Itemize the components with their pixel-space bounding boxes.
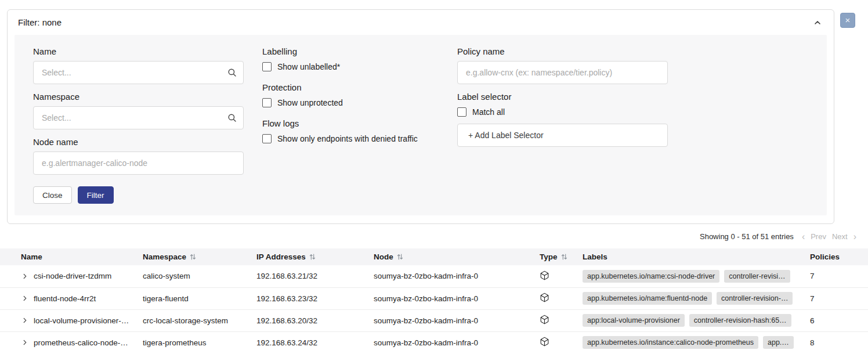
endpoint-name: fluentd-node-4rr2t [34,294,96,303]
filter-panel-body: Name Namespace Node name Close Filter [15,35,827,215]
namespace-field-label: Namespace [33,92,244,102]
close-icon: × [845,15,851,25]
sort-icon[interactable] [189,253,197,261]
filter-actions: Close Filter [33,186,244,204]
column-header-namespace[interactable]: Namespace [143,248,256,265]
workload-endpoint-icon [540,315,549,324]
filter-column-middle: Labelling Show unlabelled* Protection Sh… [262,46,436,154]
column-header-type[interactable]: Type [540,248,583,265]
show-unprotected-checkbox[interactable] [262,98,272,107]
policy-name-field [457,61,668,84]
label-chip: controller-revision-… [717,292,793,305]
filter-panel-title: Filter: none [18,17,62,27]
protection-heading: Protection [262,82,436,92]
label-chip: controller-revision-hash:65… [689,314,791,327]
name-field-label: Name [33,46,244,56]
sort-icon[interactable] [396,253,404,261]
filter-button[interactable]: Filter [78,186,114,204]
endpoint-name: csi-node-driver-tzdmm [34,272,111,280]
row-expand-chevron-icon[interactable] [21,294,29,302]
pagination-bar: Showing 0 - 51 of 51 entries ‹ Prev Next… [0,224,868,248]
filter-panel-header: Filter: none [8,10,834,34]
policy-name-input[interactable] [457,61,668,84]
cell-namespace: tigera-fluentd [143,287,256,309]
cell-namespace: crc-local-storage-system [143,309,256,331]
cell-namespace: tigera-prometheus [143,331,256,350]
prev-button[interactable]: Prev [811,232,826,241]
workload-endpoint-icon [540,337,549,347]
namespace-field [33,106,244,129]
next-chevron-icon[interactable]: › [853,233,856,240]
cell-labels: app.kubernetes.io/name:csi-node-driverco… [583,265,810,287]
node-name-field-label: Node name [33,137,244,147]
match-all-label: Match all [472,107,505,117]
show-unlabelled-row: Show unlabelled* [262,62,436,71]
name-field [33,61,244,84]
label-chip: controller-revisi… [724,270,790,283]
cell-policies: 6 [810,309,868,331]
sort-icon[interactable] [560,253,568,261]
name-select-input[interactable] [33,61,244,84]
column-header-ip-addresses[interactable]: IP Addresses [256,248,374,265]
show-unlabelled-label: Show unlabelled* [277,62,340,71]
cell-labels: app.kubernetes.io/instance:calico-node-p… [583,331,810,350]
column-header-policies: Policies [810,248,868,265]
pagination-summary: Showing 0 - 51 of 51 entries [700,232,794,241]
close-overlay-button[interactable]: × [840,13,855,28]
row-expand-chevron-icon[interactable] [21,338,29,347]
cell-labels: app:local-volume-provisionercontroller-r… [583,309,810,331]
labelling-group: Labelling Show unlabelled* [262,46,436,71]
label-chip: app.kubernetes.io/name:fluentd-node [583,292,712,305]
table-row[interactable]: prometheus-calico-node-… tigera-promethe… [0,331,868,350]
prev-chevron-icon[interactable]: ‹ [802,233,805,240]
row-expand-chevron-icon[interactable] [21,272,29,280]
cell-node: soumya-bz-0zbo-kadm-infra-0 [374,331,540,350]
table-row[interactable]: local-volume-provisioner-… crc-local-sto… [0,309,868,331]
denied-traffic-row: Show only endpoints with denied traffic [262,134,436,143]
labelling-heading: Labelling [262,46,436,56]
node-name-input[interactable] [33,151,244,175]
match-all-checkbox[interactable] [457,107,466,117]
label-chip: app.… [763,336,794,349]
cell-namespace: calico-system [143,265,256,287]
add-label-selector-button[interactable]: + Add Label Selector [457,124,668,147]
label-chip: app:local-volume-provisioner [583,314,685,327]
workload-endpoint-icon [540,293,549,302]
label-chip: app.kubernetes.io/name:csi-node-driver [583,270,719,283]
workload-endpoint-icon [540,270,549,280]
filter-column-left: Name Namespace Node name Close Filter [33,46,244,204]
cell-labels: app.kubernetes.io/name:fluentd-nodecontr… [583,287,810,309]
close-button[interactable]: Close [33,186,72,204]
collapse-panel-button[interactable] [813,18,822,27]
namespace-select-input[interactable] [33,106,244,129]
endpoint-name: local-volume-provisioner-… [34,316,129,325]
cell-ip-addresses: 192.168.63.23/32 [256,287,374,309]
chevron-up-icon [813,18,822,27]
row-expand-chevron-icon[interactable] [21,316,29,324]
column-header-node[interactable]: Node [374,248,540,265]
sort-icon[interactable] [309,253,316,261]
cell-node: soumya-bz-0zbo-kadm-infra-0 [374,265,540,287]
protection-group: Protection Show unprotected [262,82,436,107]
denied-traffic-label: Show only endpoints with denied traffic [277,134,418,143]
flow-logs-group: Flow logs Show only endpoints with denie… [262,118,436,143]
table-row[interactable]: csi-node-driver-tzdmm calico-system 192.… [0,265,868,287]
table-row[interactable]: fluentd-node-4rr2t tigera-fluentd 192.16… [0,287,868,309]
cell-policies: 7 [810,287,868,309]
show-unlabelled-checkbox[interactable] [262,62,272,71]
cell-node: soumya-bz-0zbo-kadm-infra-0 [374,309,540,331]
show-unprotected-row: Show unprotected [262,98,436,107]
denied-traffic-checkbox[interactable] [262,134,272,143]
next-button[interactable]: Next [832,232,848,241]
filter-panel: Filter: none Name Namespace Node name Cl… [7,9,834,224]
column-header-labels: Labels [583,248,810,265]
flow-logs-heading: Flow logs [262,118,436,128]
cell-ip-addresses: 192.168.63.21/32 [256,265,374,287]
table-body: csi-node-driver-tzdmm calico-system 192.… [0,265,868,350]
search-icon [227,67,237,78]
label-selector-heading: Label selector [457,92,668,102]
column-header-name: Name [0,248,143,265]
match-all-row: Match all [457,107,668,117]
cell-ip-addresses: 192.168.63.20/32 [256,309,374,331]
cell-ip-addresses: 192.168.63.24/32 [256,331,374,350]
